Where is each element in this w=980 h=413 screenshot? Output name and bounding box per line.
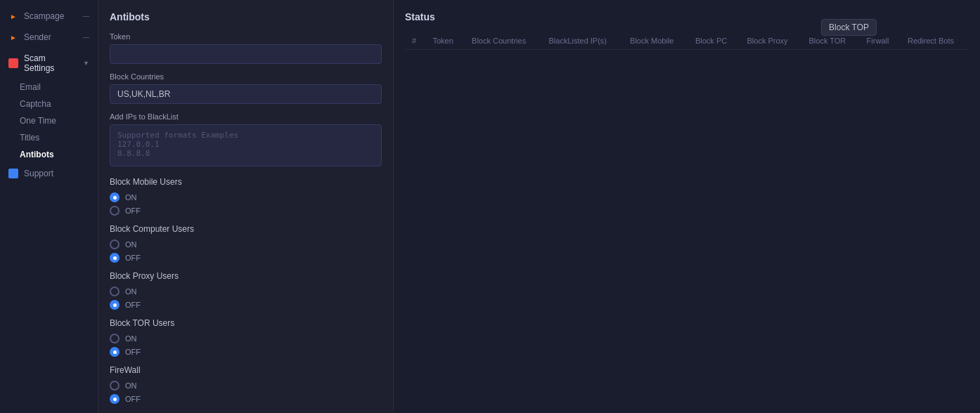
status-title: Status xyxy=(405,11,969,22)
block-tor-off-label: OFF xyxy=(125,348,141,356)
sidebar-item-label: Support xyxy=(24,169,53,178)
block-proxy-on-label: ON xyxy=(125,287,137,296)
firewall-off-option[interactable]: OFF xyxy=(110,394,382,404)
col-block-mobile: Block Mobile xyxy=(623,32,688,50)
block-computer-off-option[interactable]: OFF xyxy=(110,253,382,263)
block-countries-input[interactable] xyxy=(110,84,382,104)
sidebar-item-captcha[interactable]: Captcha xyxy=(20,96,98,112)
sidebar-item-one-time[interactable]: One Time xyxy=(20,112,98,129)
sidebar-item-antibots[interactable]: Antibots xyxy=(20,146,98,163)
firewall-group: ON OFF xyxy=(110,381,382,404)
block-computer-on-option[interactable]: ON xyxy=(110,240,382,249)
block-computer-off-label: OFF xyxy=(125,254,141,262)
main-content: Antibots Token Block Countries Add IPs t… xyxy=(98,0,980,413)
sidebar-item-support[interactable]: Support xyxy=(0,163,98,184)
antibots-title: Antibots xyxy=(110,11,382,22)
block-top-badge[interactable]: Block TOP xyxy=(821,19,877,36)
col-token: Token xyxy=(425,32,465,50)
chevron-icon: — xyxy=(83,34,89,41)
block-computer-group: ON OFF xyxy=(110,240,382,263)
block-countries-label: Block Countries xyxy=(110,72,382,81)
status-panel: Status # Token Block Countries BlackList… xyxy=(394,0,980,413)
firewall-on-radio[interactable] xyxy=(110,381,120,391)
block-proxy-off-radio[interactable] xyxy=(110,300,120,310)
triangle-icon: ► xyxy=(8,32,18,42)
block-tor-off-option[interactable]: OFF xyxy=(110,347,382,357)
table-header-row: # Token Block Countries BlackListed IP(s… xyxy=(405,32,969,50)
block-mobile-on-radio[interactable] xyxy=(110,192,120,202)
block-proxy-on-radio[interactable] xyxy=(110,287,120,296)
firewall-label: FireWall xyxy=(110,365,382,375)
sidebar-item-email[interactable]: Email xyxy=(20,79,98,96)
block-tor-off-radio[interactable] xyxy=(110,347,120,357)
triangle-icon: ► xyxy=(8,11,18,21)
block-proxy-label: Block Proxy Users xyxy=(110,271,382,281)
sidebar-item-scampage[interactable]: ► Scampage — xyxy=(0,6,98,27)
firewall-on-option[interactable]: ON xyxy=(110,381,382,391)
sidebar-item-titles[interactable]: Titles xyxy=(20,129,98,146)
chevron-down-icon: ▼ xyxy=(83,60,89,67)
firewall-off-label: OFF xyxy=(125,395,141,403)
block-tor-on-radio[interactable] xyxy=(110,334,120,343)
block-tor-group: ON OFF xyxy=(110,334,382,357)
block-proxy-group: ON OFF xyxy=(110,287,382,310)
add-ips-label: Add IPs to BlackList xyxy=(110,112,382,121)
sidebar: ► Scampage — ► Sender — Scam Settings ▼ … xyxy=(0,0,98,413)
add-ips-textarea[interactable] xyxy=(110,124,382,166)
firewall-off-radio[interactable] xyxy=(110,394,120,404)
sidebar-item-sender[interactable]: ► Sender — xyxy=(0,27,98,48)
block-computer-on-label: ON xyxy=(125,240,137,249)
block-mobile-on-label: ON xyxy=(125,193,137,202)
status-table: # Token Block Countries BlackListed IP(s… xyxy=(405,32,969,50)
block-proxy-on-option[interactable]: ON xyxy=(110,287,382,296)
block-computer-off-radio[interactable] xyxy=(110,253,120,263)
chevron-icon: — xyxy=(83,13,89,20)
col-number: # xyxy=(405,32,425,50)
block-tor-on-label: ON xyxy=(125,334,137,343)
block-computer-label: Block Computer Users xyxy=(110,224,382,234)
block-mobile-label: Block Mobile Users xyxy=(110,177,382,187)
block-proxy-off-option[interactable]: OFF xyxy=(110,300,382,310)
firewall-on-label: ON xyxy=(125,381,137,390)
sidebar-item-label: Sender xyxy=(24,32,51,42)
sidebar-item-scam-settings[interactable]: Scam Settings ▼ xyxy=(0,48,98,79)
block-tor-on-option[interactable]: ON xyxy=(110,334,382,343)
antibots-panel: Antibots Token Block Countries Add IPs t… xyxy=(98,0,394,413)
block-proxy-off-label: OFF xyxy=(125,301,141,309)
block-tor-label: Block TOR Users xyxy=(110,318,382,328)
block-mobile-on-option[interactable]: ON xyxy=(110,192,382,202)
block-mobile-off-label: OFF xyxy=(125,206,141,215)
col-blacklisted-ips: BlackListed IP(s) xyxy=(542,32,624,50)
red-square-icon xyxy=(8,58,18,68)
sidebar-item-label: Scam Settings xyxy=(24,53,77,73)
col-block-proxy: Block Proxy xyxy=(740,32,802,50)
token-label: Token xyxy=(110,32,382,41)
col-block-countries: Block Countries xyxy=(465,32,541,50)
block-mobile-group: ON OFF xyxy=(110,192,382,216)
block-mobile-off-radio[interactable] xyxy=(110,206,120,216)
blue-square-icon xyxy=(8,169,18,178)
token-input[interactable] xyxy=(110,44,382,64)
block-mobile-off-option[interactable]: OFF xyxy=(110,206,382,216)
col-redirect-bots: Redirect Bots xyxy=(901,32,969,50)
block-computer-on-radio[interactable] xyxy=(110,240,120,249)
sidebar-item-label: Scampage xyxy=(24,11,64,21)
sidebar-submenu: Email Captcha One Time Titles Antibots xyxy=(0,79,98,163)
col-block-pc: Block PC xyxy=(688,32,740,50)
